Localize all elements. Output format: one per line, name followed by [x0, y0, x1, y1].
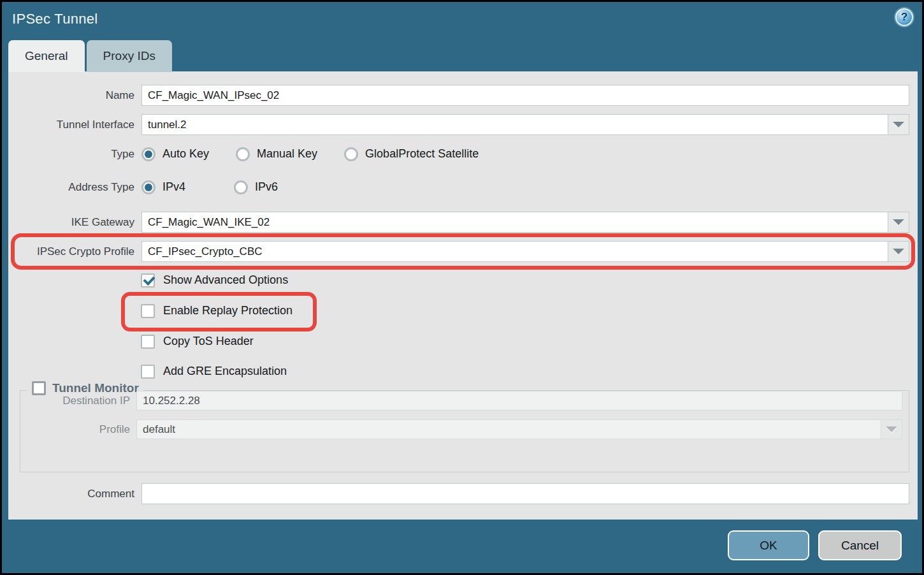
- radio-button-icon: [141, 180, 155, 194]
- destination-ip-row: Destination IP: [20, 391, 902, 411]
- radio-globalprotect-satellite-label: GlobalProtect Satellite: [365, 147, 479, 161]
- type-label: Type: [8, 148, 134, 161]
- enable-replay-protection-label: Enable Replay Protection: [163, 304, 292, 317]
- checkbox-unchecked-icon[interactable]: [141, 335, 155, 349]
- add-gre-encapsulation-label: Add GRE Encapsulation: [163, 365, 287, 378]
- monitor-profile-row: Profile: [20, 419, 902, 439]
- radio-button-icon: [344, 147, 358, 161]
- checkbox-unchecked-icon[interactable]: [141, 304, 155, 318]
- comment-row: Comment: [8, 483, 909, 504]
- monitor-profile-label: Profile: [20, 423, 130, 436]
- ipsec-crypto-profile-dropdown-button[interactable]: [888, 241, 909, 262]
- radio-auto-key-label: Auto Key: [162, 147, 209, 161]
- ipsec-crypto-profile-row: IPSec Crypto Profile: [8, 241, 909, 262]
- tunnel-interface-dropdown-button[interactable]: [888, 114, 909, 135]
- cancel-button-label: Cancel: [841, 539, 879, 553]
- comment-label: Comment: [8, 488, 134, 500]
- tunnel-monitor-fieldset: Tunnel Monitor Destination IP Profile: [20, 390, 909, 472]
- radio-ipv4[interactable]: IPv4: [141, 180, 185, 194]
- tab-bar: General Proxy IDs: [8, 40, 172, 72]
- chevron-down-icon: [886, 426, 897, 432]
- checkbox-unchecked-icon[interactable]: [141, 365, 155, 379]
- checkbox-checked-icon[interactable]: [141, 273, 155, 288]
- chevron-down-icon: [893, 219, 904, 225]
- tunnel-interface-label: Tunnel Interface: [8, 119, 134, 131]
- tunnel-monitor-legend[interactable]: Tunnel Monitor: [27, 381, 144, 395]
- chevron-down-icon: [893, 249, 904, 254]
- dialog-titlebar: IPSec Tunnel ?: [2, 2, 922, 40]
- radio-auto-key[interactable]: Auto Key: [141, 147, 209, 161]
- monitor-profile-input: [136, 419, 902, 439]
- tab-proxy-ids-label: Proxy IDs: [103, 49, 155, 63]
- enable-replay-protection-row[interactable]: Enable Replay Protection: [141, 302, 918, 319]
- tunnel-interface-row: Tunnel Interface: [8, 114, 909, 135]
- ike-gateway-row: IKE Gateway: [8, 212, 909, 233]
- monitor-profile-dropdown-button: [881, 419, 902, 439]
- comment-input[interactable]: [141, 483, 909, 504]
- radio-manual-key[interactable]: Manual Key: [236, 147, 317, 161]
- add-gre-encapsulation-row[interactable]: Add GRE Encapsulation: [141, 363, 918, 380]
- destination-ip-input: [136, 391, 902, 411]
- general-tab-panel: Name Tunnel Interface Type: [8, 71, 918, 520]
- copy-tos-header-label: Copy ToS Header: [163, 335, 254, 348]
- show-advanced-options-row[interactable]: Show Advanced Options: [141, 272, 918, 289]
- chevron-down-icon: [893, 122, 904, 127]
- destination-ip-label: Destination IP: [20, 395, 130, 407]
- tunnel-monitor-label: Tunnel Monitor: [52, 381, 139, 395]
- tunnel-interface-input[interactable]: [141, 114, 909, 135]
- radio-button-icon: [236, 147, 250, 161]
- address-type-row: Address Type IPv4 IPv6: [8, 178, 909, 196]
- ok-button[interactable]: OK: [728, 530, 809, 560]
- radio-globalprotect-satellite[interactable]: GlobalProtect Satellite: [344, 147, 479, 161]
- address-type-label: Address Type: [8, 181, 134, 194]
- help-icon[interactable]: ?: [895, 8, 913, 26]
- tab-general[interactable]: General: [8, 40, 85, 72]
- radio-button-icon: [141, 147, 155, 161]
- ike-gateway-dropdown-button[interactable]: [888, 212, 909, 233]
- radio-manual-key-label: Manual Key: [257, 147, 317, 161]
- type-row: Type Auto Key Manual Key GlobalProtect S…: [8, 145, 909, 163]
- radio-ipv6-label: IPv6: [255, 180, 278, 194]
- ipsec-tunnel-dialog: IPSec Tunnel ? General Proxy IDs Name Tu…: [0, 0, 924, 575]
- name-label: Name: [8, 89, 134, 102]
- ipsec-crypto-profile-label: IPSec Crypto Profile: [8, 245, 134, 258]
- name-row: Name: [8, 85, 909, 106]
- copy-tos-header-row[interactable]: Copy ToS Header: [141, 333, 918, 350]
- radio-button-icon: [234, 180, 248, 194]
- ok-button-label: OK: [760, 539, 777, 553]
- ipsec-crypto-profile-input[interactable]: [141, 241, 909, 262]
- show-advanced-options-label: Show Advanced Options: [163, 273, 288, 287]
- ike-gateway-input[interactable]: [141, 212, 909, 233]
- cancel-button[interactable]: Cancel: [818, 530, 902, 560]
- radio-ipv6[interactable]: IPv6: [234, 180, 278, 194]
- radio-ipv4-label: IPv4: [162, 180, 185, 194]
- ike-gateway-label: IKE Gateway: [8, 216, 134, 229]
- dialog-title: IPSec Tunnel: [12, 11, 97, 27]
- tab-general-label: General: [25, 49, 68, 63]
- name-input[interactable]: [141, 85, 909, 106]
- tab-proxy-ids[interactable]: Proxy IDs: [87, 40, 172, 72]
- checkbox-unchecked-icon[interactable]: [32, 381, 46, 395]
